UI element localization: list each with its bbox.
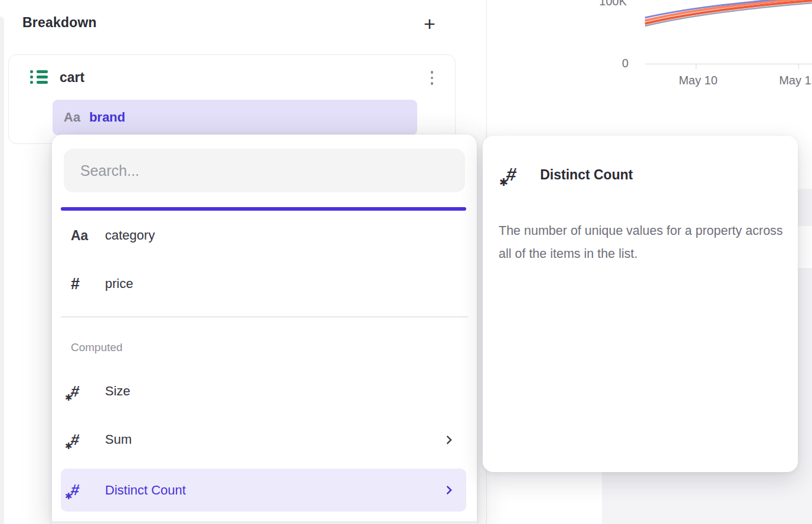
left-edge-shadow xyxy=(0,17,4,524)
more-options-icon[interactable] xyxy=(427,67,437,89)
cart-card-header[interactable]: cart xyxy=(9,55,455,100)
x-axis-line xyxy=(645,64,812,64)
cart-property-name: cart xyxy=(60,70,84,86)
dropdown-item-size[interactable]: #✱ Size xyxy=(61,375,466,408)
dropdown-item-label: price xyxy=(105,276,133,292)
breakdown-section-title: Breakdown xyxy=(22,15,97,31)
computed-number-icon: #✱ xyxy=(71,481,79,499)
tooltip-description: The number of unique values for a proper… xyxy=(499,220,798,266)
dropdown-item-sum[interactable]: #✱ Sum xyxy=(61,423,466,456)
distinct-count-tooltip: #✱ Distinct Count The number of unique v… xyxy=(483,136,798,472)
tooltip-title: Distinct Count xyxy=(540,167,633,183)
dropdown-section-divider xyxy=(61,316,468,317)
search-input[interactable] xyxy=(64,149,465,192)
chevron-right-icon xyxy=(443,486,453,495)
text-property-icon: Aa xyxy=(64,110,80,125)
active-tab-indicator xyxy=(61,207,466,211)
list-property-icon xyxy=(30,70,48,85)
x-axis-label-may10: May 10 xyxy=(663,74,734,87)
text-property-icon: Aa xyxy=(71,228,88,244)
dropdown-footer-strip xyxy=(52,521,477,524)
selected-subproperty-brand[interactable]: Aa brand xyxy=(53,100,417,135)
property-dropdown: Aa category # price Computed #✱ Size #✱ … xyxy=(52,135,477,524)
dropdown-item-label: category xyxy=(105,228,155,243)
dropdown-item-label: Sum xyxy=(105,432,132,447)
y-axis-tick-100k: 100K xyxy=(581,0,627,8)
line-chart xyxy=(486,0,812,35)
add-breakdown-button[interactable]: + xyxy=(418,11,441,37)
x-axis-tick xyxy=(696,64,696,69)
computed-section-label: Computed xyxy=(71,341,123,354)
breakdown-cart-card: cart Aa brand xyxy=(8,54,456,144)
chevron-right-icon xyxy=(443,435,453,444)
x-axis-label-may12: May 12 xyxy=(763,74,812,87)
dropdown-item-price[interactable]: # price xyxy=(61,267,466,300)
app-canvas: { "breakdown": { "title": "Breakdown", "… xyxy=(0,0,812,524)
dropdown-item-distinct-count[interactable]: #✱ Distinct Count xyxy=(61,469,466,512)
dropdown-item-label: Distinct Count xyxy=(105,483,186,498)
dropdown-item-label: Size xyxy=(105,384,130,399)
number-property-icon: # xyxy=(71,275,80,293)
subproperty-label: brand xyxy=(89,110,125,125)
computed-number-icon: #✱ xyxy=(506,164,516,185)
computed-number-icon: #✱ xyxy=(71,382,79,401)
y-axis-tick-0: 0 xyxy=(593,57,628,70)
tooltip-header: #✱ Distinct Count xyxy=(506,164,633,185)
computed-number-icon: #✱ xyxy=(71,431,79,449)
x-axis-tick xyxy=(798,64,799,69)
dropdown-item-category[interactable]: Aa category xyxy=(61,219,466,252)
